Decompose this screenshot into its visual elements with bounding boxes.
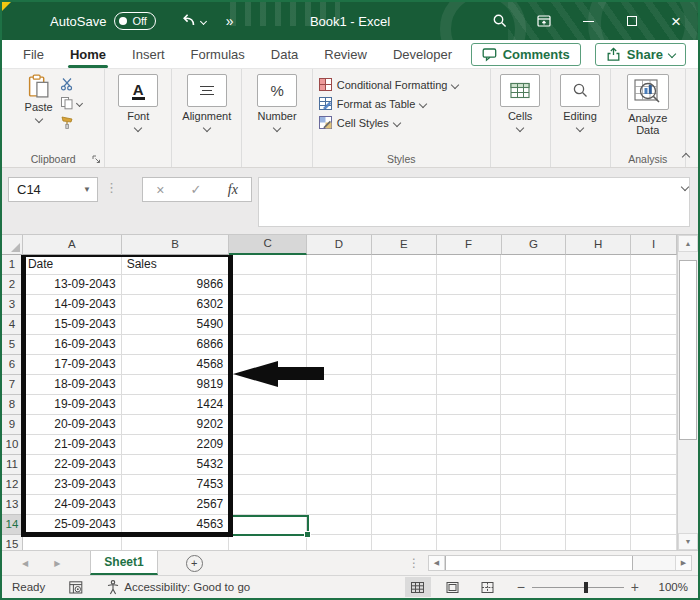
cell-H8[interactable] <box>566 395 631 415</box>
format-as-table-button[interactable]: Format as Table <box>319 94 427 113</box>
zoom-level[interactable]: 100% <box>648 581 688 593</box>
cell-B5[interactable]: 6866 <box>122 335 230 355</box>
scroll-right-icon[interactable]: ▶ <box>675 556 691 570</box>
cell-C1[interactable] <box>229 255 307 275</box>
cell-A10[interactable]: 21-09-2043 <box>23 435 122 455</box>
column-header-H[interactable]: H <box>566 235 631 255</box>
row-header-8[interactable]: 8 <box>2 395 23 415</box>
clipboard-dialog-launcher-icon[interactable] <box>92 155 101 164</box>
column-header-E[interactable]: E <box>372 235 437 255</box>
column-header-G[interactable]: G <box>502 235 567 255</box>
cell-F10[interactable] <box>437 435 502 455</box>
zoom-out-button[interactable]: − <box>517 579 525 595</box>
cell-H9[interactable] <box>566 415 631 435</box>
alignment-button[interactable]: Alignment <box>182 74 231 131</box>
maximize-button[interactable] <box>610 2 654 40</box>
cell-D12[interactable] <box>307 475 372 495</box>
page-break-preview-button[interactable] <box>475 577 501 597</box>
column-header-A[interactable]: A <box>23 235 122 255</box>
cell-I9[interactable] <box>631 415 677 435</box>
cell-E9[interactable] <box>372 415 437 435</box>
cell-B10[interactable]: 2209 <box>122 435 230 455</box>
cell-C10[interactable] <box>229 435 307 455</box>
cell-D3[interactable] <box>307 295 372 315</box>
ribbon-display-options-button[interactable] <box>522 2 566 40</box>
column-header-B[interactable]: B <box>122 235 230 255</box>
cell-C13[interactable] <box>229 495 307 515</box>
cell-H1[interactable] <box>566 255 631 275</box>
scroll-up-icon[interactable]: ▲ <box>678 235 698 252</box>
cell-E5[interactable] <box>372 335 437 355</box>
macro-record-button[interactable] <box>69 581 83 594</box>
cell-B2[interactable]: 9866 <box>122 275 230 295</box>
cell-B11[interactable]: 5432 <box>122 455 230 475</box>
cell-F3[interactable] <box>437 295 502 315</box>
cell-H6[interactable] <box>566 355 631 375</box>
cell-I6[interactable] <box>631 355 677 375</box>
cell-F12[interactable] <box>437 475 502 495</box>
cell-E6[interactable] <box>372 355 437 375</box>
cell-I13[interactable] <box>631 495 677 515</box>
cell-A3[interactable]: 14-09-2043 <box>23 295 122 315</box>
cell-E13[interactable] <box>372 495 437 515</box>
vertical-scroll-thumb[interactable] <box>679 260 697 440</box>
cell-F6[interactable] <box>437 355 502 375</box>
cell-F9[interactable] <box>437 415 502 435</box>
formula-input[interactable] <box>258 177 690 227</box>
cell-B15[interactable] <box>122 535 230 550</box>
zoom-slider[interactable] <box>532 587 624 588</box>
cancel-icon[interactable]: × <box>156 182 164 198</box>
cell-C2[interactable] <box>229 275 307 295</box>
cell-E12[interactable] <box>372 475 437 495</box>
cell-G7[interactable] <box>501 375 566 395</box>
row-header-7[interactable]: 7 <box>2 375 23 395</box>
cell-H10[interactable] <box>566 435 631 455</box>
cell-G12[interactable] <box>501 475 566 495</box>
cell-H13[interactable] <box>566 495 631 515</box>
horizontal-scrollbar[interactable]: ◀ ▶ <box>428 555 692 571</box>
new-sheet-button[interactable]: + <box>186 555 203 572</box>
cell-C15[interactable] <box>229 535 307 550</box>
cell-H14[interactable] <box>566 515 631 535</box>
analyze-data-button[interactable]: Analyze Data <box>623 74 673 136</box>
tab-home[interactable]: Home <box>57 40 119 68</box>
row-header-9[interactable]: 9 <box>2 415 23 435</box>
cell-F8[interactable] <box>437 395 502 415</box>
cell-F15[interactable] <box>437 535 502 550</box>
cell-B12[interactable]: 7453 <box>122 475 230 495</box>
cell-G1[interactable] <box>501 255 566 275</box>
editing-button[interactable]: Editing <box>560 74 600 131</box>
row-header-10[interactable]: 10 <box>2 435 23 455</box>
tab-formulas[interactable]: Formulas <box>178 40 258 68</box>
cell-B3[interactable]: 6302 <box>122 295 230 315</box>
cell-E2[interactable] <box>372 275 437 295</box>
cell-I4[interactable] <box>631 315 677 335</box>
row-header-1[interactable]: 1 <box>2 255 23 275</box>
comments-button[interactable]: Comments <box>471 43 581 66</box>
cell-E10[interactable] <box>372 435 437 455</box>
cell-G6[interactable] <box>501 355 566 375</box>
cell-C3[interactable] <box>229 295 307 315</box>
cell-H7[interactable] <box>566 375 631 395</box>
cell-E8[interactable] <box>372 395 437 415</box>
cell-H2[interactable] <box>566 275 631 295</box>
cell-I2[interactable] <box>631 275 677 295</box>
cell-I12[interactable] <box>631 475 677 495</box>
cell-G5[interactable] <box>501 335 566 355</box>
zoom-in-button[interactable]: + <box>631 579 639 595</box>
cell-H12[interactable] <box>566 475 631 495</box>
cell-A8[interactable]: 19-09-2043 <box>23 395 122 415</box>
font-button[interactable]: A Font <box>118 74 158 131</box>
cell-E7[interactable] <box>372 375 437 395</box>
cell-styles-button[interactable]: Cell Styles <box>319 113 400 132</box>
cell-F11[interactable] <box>437 455 502 475</box>
cell-E3[interactable] <box>372 295 437 315</box>
cell-A7[interactable]: 18-09-2043 <box>23 375 122 395</box>
column-header-I[interactable]: I <box>631 235 677 255</box>
row-header-6[interactable]: 6 <box>2 355 23 375</box>
insert-function-icon[interactable]: fx <box>228 182 238 198</box>
cell-A11[interactable]: 22-09-2043 <box>23 455 122 475</box>
cell-H3[interactable] <box>566 295 631 315</box>
more-commands-button[interactable]: » <box>226 13 235 29</box>
tab-developer[interactable]: Developer <box>380 40 465 68</box>
